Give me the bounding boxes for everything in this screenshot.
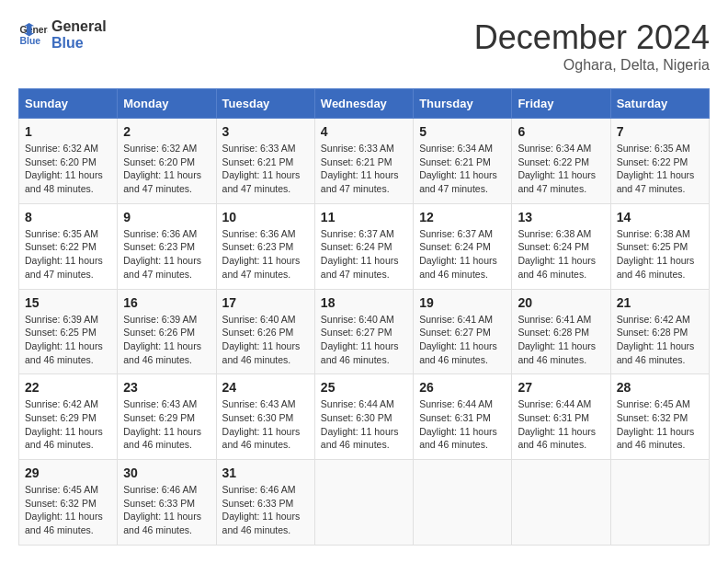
logo: General Blue General Blue bbox=[18, 18, 107, 51]
header-saturday: Saturday bbox=[610, 89, 709, 119]
day-cell: 11 Sunrise: 6:37 AMSunset: 6:24 PMDaylig… bbox=[314, 203, 413, 289]
day-cell: 22 Sunrise: 6:42 AMSunset: 6:29 PMDaylig… bbox=[19, 374, 118, 460]
day-info: Sunrise: 6:40 AMSunset: 6:27 PMDaylight:… bbox=[321, 314, 399, 365]
header-sunday: Sunday bbox=[19, 89, 118, 119]
day-info: Sunrise: 6:43 AMSunset: 6:29 PMDaylight:… bbox=[123, 398, 201, 450]
day-cell: 13 Sunrise: 6:38 AMSunset: 6:24 PMDaylig… bbox=[512, 203, 610, 289]
day-cell: 18 Sunrise: 6:40 AMSunset: 6:27 PMDaylig… bbox=[314, 289, 413, 374]
day-number: 12 bbox=[419, 210, 506, 224]
day-number: 25 bbox=[321, 380, 407, 395]
day-number: 5 bbox=[419, 124, 506, 139]
day-cell: 19 Sunrise: 6:41 AMSunset: 6:27 PMDaylig… bbox=[414, 289, 512, 374]
day-info: Sunrise: 6:34 AMSunset: 6:21 PMDaylight:… bbox=[419, 143, 497, 194]
day-number: 24 bbox=[222, 380, 309, 395]
header-friday: Friday bbox=[512, 89, 610, 119]
week-row-0: 1 Sunrise: 6:32 AMSunset: 6:20 PMDayligh… bbox=[19, 119, 710, 204]
page-header: General Blue General Blue December 2024 … bbox=[18, 18, 710, 74]
day-number: 18 bbox=[321, 295, 407, 310]
day-info: Sunrise: 6:36 AMSunset: 6:23 PMDaylight:… bbox=[222, 228, 301, 280]
day-cell: 9 Sunrise: 6:36 AMSunset: 6:23 PMDayligh… bbox=[118, 203, 216, 289]
day-info: Sunrise: 6:38 AMSunset: 6:25 PMDaylight:… bbox=[617, 228, 695, 280]
calendar-table: SundayMondayTuesdayWednesdayThursdayFrid… bbox=[18, 88, 710, 546]
day-cell: 30 Sunrise: 6:46 AMSunset: 6:33 PMDaylig… bbox=[118, 460, 216, 546]
day-info: Sunrise: 6:44 AMSunset: 6:31 PMDaylight:… bbox=[518, 398, 596, 450]
logo-general: General bbox=[51, 18, 107, 35]
day-info: Sunrise: 6:41 AMSunset: 6:27 PMDaylight:… bbox=[419, 314, 497, 365]
day-number: 3 bbox=[222, 124, 309, 139]
day-cell: 12 Sunrise: 6:37 AMSunset: 6:24 PMDaylig… bbox=[414, 203, 512, 289]
month-title: December 2024 bbox=[474, 18, 710, 57]
day-cell: 4 Sunrise: 6:33 AMSunset: 6:21 PMDayligh… bbox=[314, 119, 413, 204]
day-cell: 20 Sunrise: 6:41 AMSunset: 6:28 PMDaylig… bbox=[512, 289, 610, 374]
day-info: Sunrise: 6:43 AMSunset: 6:30 PMDaylight:… bbox=[222, 398, 301, 450]
day-cell: 6 Sunrise: 6:34 AMSunset: 6:22 PMDayligh… bbox=[512, 119, 610, 204]
day-cell: 27 Sunrise: 6:44 AMSunset: 6:31 PMDaylig… bbox=[512, 374, 610, 460]
day-cell: 29 Sunrise: 6:45 AMSunset: 6:32 PMDaylig… bbox=[19, 460, 118, 546]
day-info: Sunrise: 6:46 AMSunset: 6:33 PMDaylight:… bbox=[123, 484, 201, 535]
day-cell bbox=[314, 460, 413, 546]
day-number: 13 bbox=[518, 210, 604, 224]
day-cell bbox=[610, 460, 709, 546]
day-info: Sunrise: 6:35 AMSunset: 6:22 PMDaylight:… bbox=[617, 143, 695, 194]
day-cell: 8 Sunrise: 6:35 AMSunset: 6:22 PMDayligh… bbox=[19, 203, 118, 289]
day-number: 2 bbox=[123, 124, 210, 139]
week-row-3: 22 Sunrise: 6:42 AMSunset: 6:29 PMDaylig… bbox=[19, 374, 710, 460]
logo-icon: General Blue bbox=[18, 20, 48, 50]
week-row-4: 29 Sunrise: 6:45 AMSunset: 6:32 PMDaylig… bbox=[19, 460, 710, 546]
day-cell: 10 Sunrise: 6:36 AMSunset: 6:23 PMDaylig… bbox=[216, 203, 314, 289]
day-cell: 15 Sunrise: 6:39 AMSunset: 6:25 PMDaylig… bbox=[19, 289, 118, 374]
day-number: 23 bbox=[123, 380, 210, 395]
day-info: Sunrise: 6:33 AMSunset: 6:21 PMDaylight:… bbox=[222, 143, 301, 194]
day-info: Sunrise: 6:37 AMSunset: 6:24 PMDaylight:… bbox=[419, 228, 497, 280]
day-number: 20 bbox=[518, 295, 604, 310]
day-number: 27 bbox=[518, 380, 604, 395]
day-info: Sunrise: 6:39 AMSunset: 6:26 PMDaylight:… bbox=[123, 314, 201, 365]
header-wednesday: Wednesday bbox=[314, 89, 413, 119]
day-number: 11 bbox=[321, 210, 407, 224]
day-number: 19 bbox=[419, 295, 506, 310]
day-info: Sunrise: 6:32 AMSunset: 6:20 PMDaylight:… bbox=[25, 143, 103, 194]
location: Oghara, Delta, Nigeria bbox=[474, 57, 710, 74]
day-info: Sunrise: 6:41 AMSunset: 6:28 PMDaylight:… bbox=[518, 314, 596, 365]
day-cell: 1 Sunrise: 6:32 AMSunset: 6:20 PMDayligh… bbox=[19, 119, 118, 204]
calendar-header-row: SundayMondayTuesdayWednesdayThursdayFrid… bbox=[19, 89, 710, 119]
header-tuesday: Tuesday bbox=[216, 89, 314, 119]
day-info: Sunrise: 6:32 AMSunset: 6:20 PMDaylight:… bbox=[123, 143, 201, 194]
day-number: 26 bbox=[419, 380, 506, 395]
day-info: Sunrise: 6:45 AMSunset: 6:32 PMDaylight:… bbox=[617, 398, 695, 450]
title-area: December 2024 Oghara, Delta, Nigeria bbox=[474, 18, 710, 74]
day-number: 4 bbox=[321, 124, 407, 139]
day-cell: 17 Sunrise: 6:40 AMSunset: 6:26 PMDaylig… bbox=[216, 289, 314, 374]
day-info: Sunrise: 6:39 AMSunset: 6:25 PMDaylight:… bbox=[25, 314, 103, 365]
day-cell: 3 Sunrise: 6:33 AMSunset: 6:21 PMDayligh… bbox=[216, 119, 314, 204]
day-number: 1 bbox=[25, 124, 111, 139]
day-info: Sunrise: 6:37 AMSunset: 6:24 PMDaylight:… bbox=[321, 228, 399, 280]
day-number: 30 bbox=[123, 465, 210, 480]
day-cell: 21 Sunrise: 6:42 AMSunset: 6:28 PMDaylig… bbox=[610, 289, 709, 374]
svg-text:Blue: Blue bbox=[20, 35, 41, 45]
day-cell: 26 Sunrise: 6:44 AMSunset: 6:31 PMDaylig… bbox=[414, 374, 512, 460]
day-number: 28 bbox=[617, 380, 703, 395]
day-cell bbox=[414, 460, 512, 546]
day-number: 31 bbox=[222, 465, 309, 480]
day-cell: 14 Sunrise: 6:38 AMSunset: 6:25 PMDaylig… bbox=[610, 203, 709, 289]
day-cell: 23 Sunrise: 6:43 AMSunset: 6:29 PMDaylig… bbox=[118, 374, 216, 460]
logo-blue: Blue bbox=[51, 35, 107, 52]
day-number: 21 bbox=[617, 295, 703, 310]
day-info: Sunrise: 6:40 AMSunset: 6:26 PMDaylight:… bbox=[222, 314, 301, 365]
day-info: Sunrise: 6:42 AMSunset: 6:29 PMDaylight:… bbox=[25, 398, 103, 450]
day-number: 7 bbox=[617, 124, 703, 139]
week-row-2: 15 Sunrise: 6:39 AMSunset: 6:25 PMDaylig… bbox=[19, 289, 710, 374]
svg-text:General: General bbox=[20, 25, 48, 35]
day-info: Sunrise: 6:36 AMSunset: 6:23 PMDaylight:… bbox=[123, 228, 201, 280]
day-info: Sunrise: 6:33 AMSunset: 6:21 PMDaylight:… bbox=[321, 143, 399, 194]
day-cell: 24 Sunrise: 6:43 AMSunset: 6:30 PMDaylig… bbox=[216, 374, 314, 460]
day-cell: 5 Sunrise: 6:34 AMSunset: 6:21 PMDayligh… bbox=[414, 119, 512, 204]
day-number: 22 bbox=[25, 380, 111, 395]
day-number: 14 bbox=[617, 210, 703, 224]
day-info: Sunrise: 6:38 AMSunset: 6:24 PMDaylight:… bbox=[518, 228, 596, 280]
day-info: Sunrise: 6:44 AMSunset: 6:30 PMDaylight:… bbox=[321, 398, 399, 450]
day-info: Sunrise: 6:44 AMSunset: 6:31 PMDaylight:… bbox=[419, 398, 497, 450]
day-number: 9 bbox=[123, 210, 210, 224]
day-info: Sunrise: 6:34 AMSunset: 6:22 PMDaylight:… bbox=[518, 143, 596, 194]
